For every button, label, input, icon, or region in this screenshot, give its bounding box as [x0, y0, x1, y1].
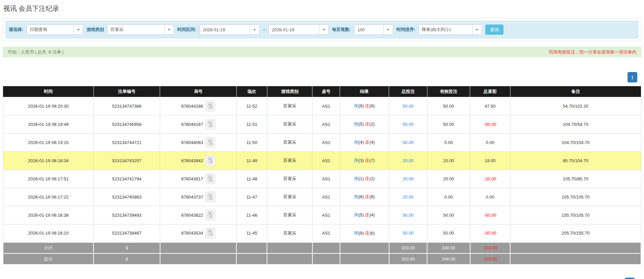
cell-valid-bet: 50.00: [427, 97, 470, 115]
page-1-button[interactable]: 1: [625, 278, 635, 279]
video-replay-button[interactable]: [205, 191, 215, 202]
cell-total-bet[interactable]: 50.00: [389, 115, 427, 133]
player-result-label: 闲: [354, 176, 358, 181]
video-replay-button[interactable]: [205, 137, 215, 148]
page-title: 视讯 会员下注纪录: [3, 0, 641, 14]
cell-result: 闲(6) 庄(8): [340, 97, 389, 115]
page-size-select[interactable]: [354, 25, 393, 35]
game-type-input[interactable]: [108, 25, 164, 34]
pagination-bottom: 1: [3, 278, 641, 279]
cell-valid-bet: 50.00: [427, 206, 470, 224]
cell-bet-no: 523134741794: [93, 170, 160, 188]
cell-total-bet[interactable]: 50.00: [389, 206, 427, 224]
banker-result-label: 庄: [365, 140, 369, 145]
query-type-select[interactable]: [27, 25, 83, 35]
page-size-dropdown-button[interactable]: [383, 25, 393, 34]
cell-remark: 155.70/105.70: [510, 206, 641, 224]
header-table-no: 桌号: [312, 86, 340, 97]
banker-result-label: 庄: [365, 176, 369, 181]
cell-payout: -50.00: [470, 206, 510, 224]
cell-game-type: 百家乐: [267, 224, 312, 242]
cell-payout: -50.00: [470, 115, 510, 133]
date-to-picker[interactable]: [269, 25, 329, 35]
cell-session: 11-46: [236, 206, 267, 224]
summary-bar: 币别：人民币 | 总共 :8 注单 | 同局有效投注，统一计算在该局第一张注单内: [3, 47, 641, 57]
cell-time: 2026-01-19 06:17:22: [3, 188, 93, 206]
banker-result-label: 庄: [365, 194, 369, 199]
header-payout: 总派彩: [470, 86, 510, 97]
game-type-dropdown-button[interactable]: [164, 25, 174, 34]
header-bet-no: 注单编号: [93, 86, 160, 97]
query-type-dropdown-button[interactable]: [73, 25, 83, 34]
table-row: 2026-01-19 06:19:49 523134745958 6780441…: [3, 115, 641, 133]
sort-order-input[interactable]: [419, 25, 472, 34]
summary-payout: -103.50: [470, 242, 510, 253]
date-from-picker[interactable]: [200, 25, 260, 35]
cell-round-no: 678043737: [160, 188, 237, 206]
cell-result: 闲(8) 庄(8): [340, 188, 389, 206]
summary-label: 总计: [3, 253, 93, 265]
round-number: 678043817: [181, 176, 203, 181]
search-button[interactable]: 查询: [485, 25, 503, 35]
date-to-input[interactable]: [269, 25, 319, 34]
cell-total-bet[interactable]: 20.00: [389, 188, 427, 206]
sort-order-dropdown-button[interactable]: [472, 25, 482, 34]
page-size-input[interactable]: [355, 25, 383, 34]
date-from-dropdown-button[interactable]: [250, 25, 259, 34]
summary-total-bet: 310.00: [389, 253, 427, 265]
cell-valid-bet: 20.00: [427, 170, 470, 188]
table-body: 2026-01-19 06:20:30 523134747388 6780442…: [3, 97, 641, 242]
video-replay-button[interactable]: [205, 155, 215, 166]
game-type-select[interactable]: [107, 25, 174, 35]
date-to-dropdown-button[interactable]: [319, 25, 328, 34]
query-type-input[interactable]: [27, 25, 73, 34]
cell-total-bet[interactable]: 20.00: [389, 151, 427, 170]
cell-remark: 205.70/155.70: [510, 224, 641, 242]
cell-total-bet[interactable]: 50.00: [389, 224, 427, 242]
cell-table-no: AS1: [312, 188, 340, 206]
cell-bet-no: 523134740863: [93, 188, 160, 206]
player-result-label: 闲: [354, 140, 358, 145]
cell-time: 2026-01-19 06:19:15: [3, 133, 93, 151]
video-replay-button[interactable]: [205, 173, 215, 184]
summary-row: 总计 8 310.00 240.00 -103.50: [3, 253, 641, 265]
sort-order-select[interactable]: [419, 25, 482, 35]
video-replay-button[interactable]: [205, 228, 215, 239]
player-result-score: (5): [358, 121, 364, 127]
cell-payout: 0.00: [470, 188, 510, 206]
cell-remark: 85.70/104.70: [510, 151, 641, 170]
date-range-tilde: ~: [263, 27, 266, 32]
video-file-icon: [207, 229, 214, 237]
chevron-down-icon: [323, 29, 325, 31]
cell-bet-no: 523134747388: [93, 97, 160, 115]
banker-result-label: 庄: [365, 121, 369, 127]
header-valid-bet: 有效投注: [427, 86, 470, 97]
video-replay-button[interactable]: [205, 210, 215, 220]
date-from-input[interactable]: [200, 25, 250, 34]
player-result-score: (3): [358, 158, 364, 163]
video-replay-button[interactable]: [205, 119, 215, 130]
cell-total-bet[interactable]: 50.00: [389, 133, 427, 151]
cell-table-no: AS1: [312, 97, 340, 115]
summary-payout: -103.50: [470, 253, 510, 265]
table-row: 2026-01-19 06:18:34 523134743257 6780439…: [3, 151, 641, 170]
player-result-label: 闲: [354, 231, 358, 236]
cell-valid-bet: 50.00: [427, 115, 470, 133]
page-1-button[interactable]: 1: [628, 72, 637, 82]
header-session: 场次: [236, 86, 267, 97]
page-size-label: 每页笔数:: [332, 27, 351, 33]
cell-time: 2026-01-19 06:19:49: [3, 115, 93, 133]
video-file-icon: [207, 211, 214, 219]
chevron-down-icon: [387, 29, 389, 31]
cell-session: 11-45: [236, 224, 267, 242]
cell-remark: 104.70/54.70: [510, 115, 641, 133]
cell-session: 11-51: [236, 115, 267, 133]
cell-total-bet[interactable]: 50.00: [389, 97, 427, 115]
cell-table-no: AS1: [312, 224, 340, 242]
sort-order-label: 时间排序:: [396, 27, 415, 33]
cell-payout: 19.00: [470, 151, 510, 170]
summary-total-bet: 310.00: [389, 242, 427, 253]
cell-total-bet[interactable]: 20.00: [389, 170, 427, 188]
video-replay-button[interactable]: [205, 101, 215, 111]
player-result-score: (6): [358, 103, 364, 108]
